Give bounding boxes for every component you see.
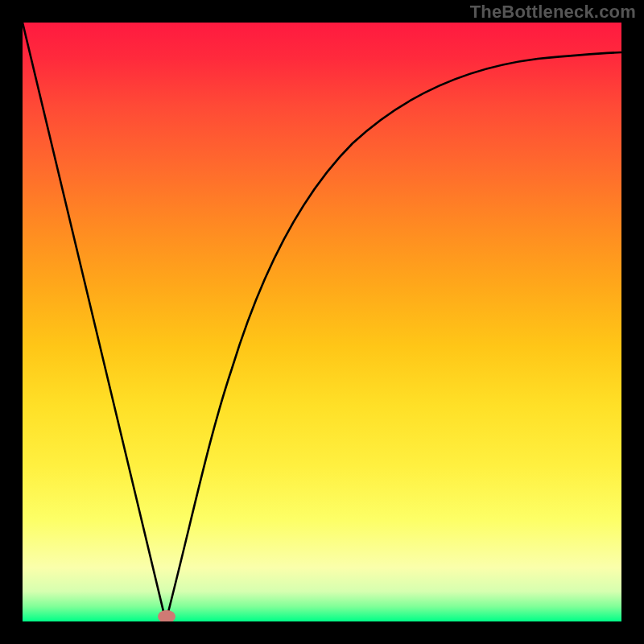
watermark-text: TheBottleneck.com — [470, 2, 636, 23]
plot-area — [23, 23, 621, 621]
chart-container: TheBottleneck.com — [0, 0, 644, 644]
current-config-marker — [158, 610, 175, 621]
bottleneck-curve — [23, 23, 621, 621]
curve-path — [23, 23, 621, 621]
